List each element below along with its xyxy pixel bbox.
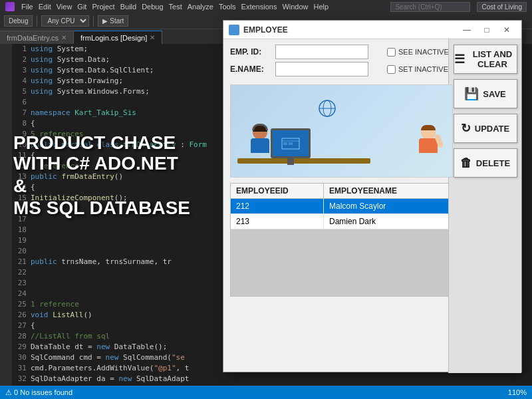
grid-empty-area (231, 229, 452, 296)
desk-surface (237, 158, 370, 164)
start-button[interactable]: ▶ Start (98, 15, 128, 27)
headphones-icon (252, 124, 268, 130)
code-line-12: 12 1 reference (12, 161, 231, 172)
monitor-screen (273, 130, 309, 156)
close-button[interactable]: ✕ (497, 23, 516, 37)
illustration-area (230, 84, 453, 178)
code-line-10: 10 public partial class frmDataEntry : F… (12, 140, 231, 150)
screen-content-icon (281, 137, 301, 150)
update-label: UPDATE (475, 124, 509, 134)
code-line-2: 2 using System.Data; (12, 55, 231, 65)
set-inactive-group: SET INACTIVE (387, 65, 448, 74)
code-line-26: 26 void ListAll() (12, 310, 231, 321)
code-line-22: 22 (12, 267, 231, 278)
employee-window: EMPLOYEE — □ ✕ ☰ LIST AND CLEAR 💾 SAVE ↻… (223, 20, 522, 372)
menu-items: File Edit View Git Project Build Debug T… (21, 3, 329, 11)
menu-file[interactable]: File (21, 3, 33, 11)
emp-id-input[interactable] (275, 45, 368, 59)
delete-button[interactable]: 🗑 DELETE (454, 148, 517, 178)
menu-build[interactable]: Build (120, 3, 136, 11)
code-line-29: 29 DataTable dt = new DataTable(); (12, 342, 231, 352)
update-icon: ↻ (461, 122, 471, 134)
menu-tools[interactable]: Tools (219, 3, 236, 11)
menu-test[interactable]: Test (169, 3, 182, 11)
maximize-button[interactable]: □ (477, 23, 496, 37)
emp-name-input[interactable] (275, 62, 368, 76)
debug-button[interactable]: Debug (4, 15, 33, 27)
menu-window[interactable]: Window (282, 3, 308, 11)
delete-label: DELETE (476, 158, 510, 168)
monitor-stand (287, 158, 294, 165)
set-inactive-label: SET INACTIVE (398, 65, 448, 73)
code-line-3: 3 using System.Data.SqlClient; (12, 65, 231, 76)
see-inactive-checkbox[interactable] (387, 48, 396, 57)
code-line-20: 20 (12, 246, 231, 257)
search-input[interactable] (390, 2, 470, 12)
menu-project[interactable]: Project (92, 3, 114, 11)
minimize-button[interactable]: — (458, 23, 476, 37)
list-and-clear-button[interactable]: ☰ LIST AND CLEAR (454, 45, 517, 74)
code-line-17: 17 (12, 214, 231, 225)
code-line-14: 14 { (12, 182, 231, 193)
list-icon: ☰ (454, 53, 465, 65)
menu-help[interactable]: Help (314, 3, 329, 11)
code-line-11: 11 { (12, 150, 231, 161)
code-line-7: 7 namespace Kart_Takip_Sis (12, 108, 231, 118)
code-line-9: 9 5 references (12, 129, 231, 140)
tab-frmDataEntry-close-icon[interactable]: ✕ (61, 34, 66, 41)
menu-debug[interactable]: Debug (142, 3, 163, 11)
cpu-dropdown[interactable]: Any CPU (41, 15, 89, 27)
action-panel: ☰ LIST AND CLEAR 💾 SAVE ↻ UPDATE 🗑 DELET… (448, 39, 521, 372)
menu-git[interactable]: Git (77, 3, 86, 11)
cost-living-badge: Cost of Living (477, 2, 527, 12)
tab-frmLogin-close-icon[interactable]: ✕ (150, 34, 155, 41)
window-controls: — □ ✕ (458, 23, 516, 37)
emp-name-label: E.NAME: (230, 65, 270, 74)
monitor (271, 128, 311, 158)
code-line-27: 27 { (12, 321, 231, 331)
code-line-23: 23 (12, 278, 231, 289)
status-right: 110% (508, 388, 527, 396)
col-header-employeename: EMPLOYEENAME (324, 184, 452, 198)
person-right (418, 125, 439, 158)
save-button[interactable]: 💾 SAVE (454, 79, 517, 108)
code-line-31: 31 cmd.Parameters.AddWithValue("@p1", t (12, 363, 231, 374)
code-line-19: 19 (12, 235, 231, 246)
code-line-18: 18 (12, 225, 231, 235)
tab-frmDataEntry-label: frmDataEntry.cs (7, 34, 59, 42)
update-button[interactable]: ↻ UPDATE (454, 114, 517, 143)
status-text: ⚠ 0 No issues found (5, 388, 72, 397)
set-inactive-checkbox-item: SET INACTIVE (387, 65, 448, 74)
code-line-5: 5 using System.Windows.Forms; (12, 86, 231, 97)
code-line-8: 8 { (12, 118, 231, 129)
svg-rect-3 (289, 142, 293, 145)
tab-frmLogin[interactable]: frmLogin.cs [Design] ✕ (74, 31, 162, 44)
globe-icon (317, 98, 337, 121)
grid-row-213[interactable]: 213 Damien Dark (231, 214, 452, 229)
window-body: ☰ LIST AND CLEAR 💾 SAVE ↻ UPDATE 🗑 DELET… (223, 39, 521, 372)
grid-cell-name-212: Malcom Scaylor (324, 199, 452, 213)
menu-analyze[interactable]: Analyze (188, 3, 213, 11)
code-line-24: 24 (12, 289, 231, 299)
window-icon (229, 25, 239, 35)
set-inactive-checkbox[interactable] (387, 65, 396, 74)
see-inactive-checkbox-item: SEE INACTIVE (387, 48, 449, 57)
checkbox-group: SEE INACTIVE (387, 48, 449, 57)
save-label: SAVE (483, 89, 505, 99)
menu-view[interactable]: View (57, 3, 72, 11)
code-line-28: 28 //ListAll from sql (12, 331, 231, 342)
code-line-32: 32 SqlDataAdapter da = new SqlDataAdapt (12, 374, 231, 384)
tab-frmDataEntry[interactable]: frmDataEntry.cs ✕ (0, 31, 74, 44)
menu-edit[interactable]: Edit (39, 3, 51, 11)
zoom-level: 110% (508, 388, 527, 396)
code-line-21: 21 public trnsName, trnsSurname, tr (12, 257, 231, 267)
code-editor: 1 using System; 2 using System.Data; 3 u… (12, 44, 231, 386)
person-right-hair (421, 125, 436, 130)
person-left-body (251, 138, 269, 153)
menu-extensions[interactable]: Extensions (241, 3, 277, 11)
grid-row-212[interactable]: 212 Malcom Scaylor (231, 199, 452, 214)
see-inactive-label: SEE INACTIVE (398, 48, 449, 56)
delete-icon: 🗑 (460, 157, 472, 169)
emp-id-label: EMP. ID: (230, 47, 270, 57)
code-line-6: 6 (12, 97, 231, 108)
